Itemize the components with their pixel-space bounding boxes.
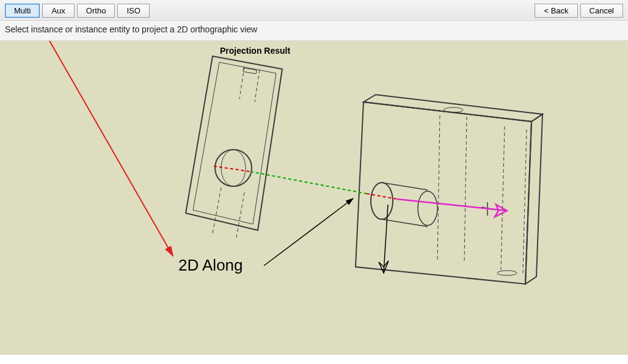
svg-line-20 [397,199,507,211]
svg-rect-0 [243,68,257,74]
svg-line-4 [236,192,244,238]
svg-point-13 [371,183,393,219]
iso-button[interactable]: ISO [117,4,149,18]
svg-line-3 [213,187,221,233]
viewport[interactable]: Projection Result 2D Along [0,41,628,355]
svg-line-6 [255,70,260,102]
toolbar: Multi Aux Ortho ISO < Back Cancel [0,0,628,21]
instruction-text: Select instance or instance entity to pr… [0,21,628,41]
down-axis-arrow [379,205,389,273]
svg-point-1 [215,150,252,186]
back-button[interactable]: < Back [535,4,577,18]
svg-point-7 [444,107,463,112]
drawing-canvas [0,41,628,355]
red-arrow-icon [49,41,173,256]
svg-point-14 [418,191,437,225]
svg-point-8 [497,271,517,275]
ortho-button[interactable]: Ortho [77,4,115,18]
right-3d-part [356,95,542,284]
multi-button[interactable]: Multi [5,4,40,18]
cancel-button[interactable]: Cancel [580,4,623,18]
svg-line-9 [437,115,440,261]
aux-button[interactable]: Aux [42,4,74,18]
svg-line-18 [250,172,367,194]
svg-line-10 [464,117,467,262]
toolbar-right-group: < Back Cancel [535,4,623,18]
annotation-leader-icon [264,198,353,266]
left-projected-part [186,56,282,238]
svg-line-11 [501,126,505,270]
toolbar-left-group: Multi Aux Ortho ISO [5,4,150,18]
svg-line-17 [214,166,250,172]
